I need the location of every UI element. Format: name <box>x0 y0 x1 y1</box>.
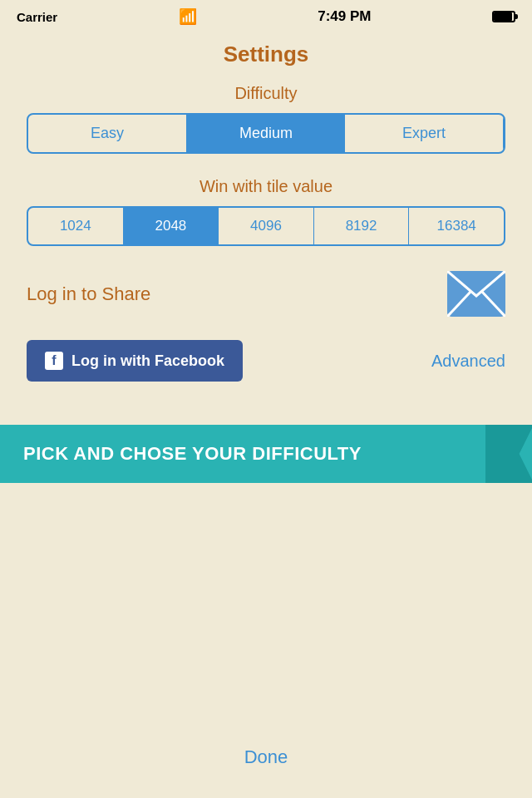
tile-16384[interactable]: 16384 <box>409 208 504 244</box>
battery-icon <box>492 11 515 22</box>
done-button[interactable]: Done <box>0 746 532 768</box>
banner-arrow-tab <box>485 425 532 483</box>
difficulty-easy[interactable]: Easy <box>28 115 187 152</box>
tile-value-label: Win with tile value <box>0 177 532 196</box>
facebook-login-button[interactable]: f Log in with Facebook <box>27 340 243 382</box>
status-bar: Carrier 📶 7:49 PM <box>0 0 532 33</box>
banner-text: PICK AND CHOSE YOUR DIFFICULTY <box>23 443 362 465</box>
difficulty-selector: Easy Medium Expert <box>27 113 505 154</box>
tile-8192[interactable]: 8192 <box>314 208 410 244</box>
tile-1024[interactable]: 1024 <box>28 208 124 244</box>
facebook-btn-label: Log in with Facebook <box>71 352 224 370</box>
banner: PICK AND CHOSE YOUR DIFFICULTY <box>0 425 532 483</box>
difficulty-label: Difficulty <box>0 84 532 103</box>
difficulty-medium[interactable]: Medium <box>187 115 345 152</box>
wifi-icon: 📶 <box>179 7 197 26</box>
envelope-icon <box>447 271 505 317</box>
facebook-logo-icon: f <box>45 352 63 370</box>
page-title: Settings <box>0 33 532 84</box>
tile-value-selector: 1024 2048 4096 8192 16384 <box>27 206 505 246</box>
carrier-label: Carrier <box>17 10 57 24</box>
tile-4096[interactable]: 4096 <box>219 208 314 244</box>
difficulty-expert[interactable]: Expert <box>345 115 504 152</box>
tile-2048[interactable]: 2048 <box>124 208 219 244</box>
advanced-button[interactable]: Advanced <box>431 352 505 371</box>
facebook-btn-row: f Log in with Facebook Advanced <box>27 340 505 382</box>
login-share-label: Log in to Share <box>27 283 150 305</box>
login-share-row: Log in to Share <box>27 271 505 317</box>
time-label: 7:49 PM <box>318 8 371 25</box>
